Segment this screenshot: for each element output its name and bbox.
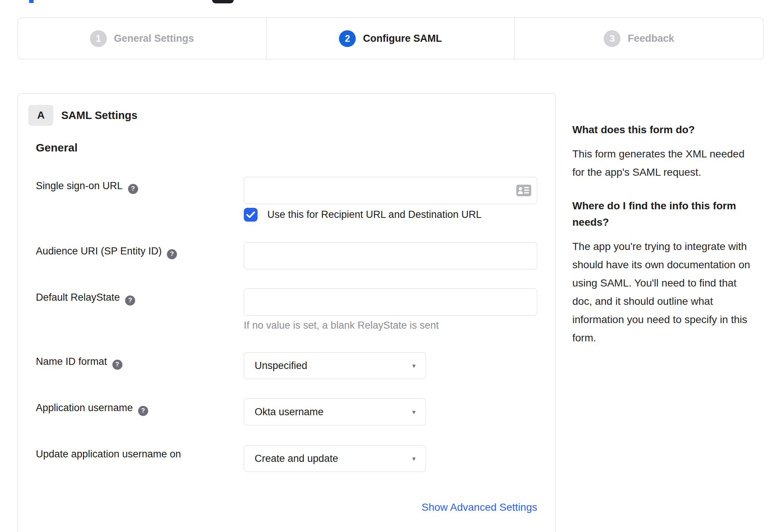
application-username-select[interactable]: Okta username ▼: [244, 398, 426, 425]
application-username-label: Application username?: [36, 402, 148, 416]
step-3-label: Feedback: [628, 33, 674, 44]
recipient-url-checkbox-row: Use this for Recipient URL and Destinati…: [244, 208, 482, 222]
cutoff-dark-logo-fragment: [212, 0, 234, 3]
step-1-number-badge: 1: [90, 30, 107, 47]
help-icon[interactable]: ?: [112, 360, 122, 370]
saml-settings-panel: A SAML Settings General Single sign-on U…: [18, 93, 556, 532]
sidebar-body-what: This form generates the XML needed for t…: [572, 145, 759, 181]
general-group-title: General: [36, 141, 78, 154]
step-feedback[interactable]: 3 Feedback: [514, 18, 763, 59]
name-id-format-select[interactable]: Unspecified ▼: [244, 352, 426, 379]
contact-card-icon: [516, 185, 531, 196]
sso-url-label: Single sign-on URL?: [36, 180, 138, 194]
help-icon[interactable]: ?: [138, 406, 148, 416]
section-a-badge: A: [28, 105, 53, 126]
help-icon[interactable]: ?: [125, 295, 135, 306]
recipient-url-checkbox-label: Use this for Recipient URL and Destinati…: [267, 209, 482, 220]
sso-url-input[interactable]: [244, 177, 537, 204]
sidebar-body-where: The app you're trying to integrate with …: [572, 237, 759, 347]
relaystate-helper-text: If no value is set, a blank RelayState i…: [244, 320, 439, 331]
audience-uri-input[interactable]: [244, 242, 537, 269]
relaystate-input[interactable]: [244, 288, 537, 316]
help-sidebar: What does this form do? This form genera…: [572, 122, 759, 363]
step-3-number-badge: 3: [604, 30, 620, 47]
help-icon[interactable]: ?: [167, 249, 177, 259]
checkmark-icon: [246, 211, 255, 218]
sidebar-heading-what: What does this form do?: [572, 122, 759, 138]
chevron-down-icon: ▼: [411, 409, 417, 415]
audience-uri-label: Audience URI (SP Entity ID)?: [36, 245, 177, 259]
step-general-settings[interactable]: 1 General Settings: [18, 18, 266, 59]
sidebar-heading-where: Where do I find the info this form needs…: [572, 198, 759, 231]
chevron-down-icon: ▼: [411, 363, 417, 369]
step-2-label: Configure SAML: [363, 33, 442, 44]
recipient-url-checkbox[interactable]: [244, 208, 258, 222]
show-advanced-settings-link[interactable]: Show Advanced Settings: [244, 501, 537, 513]
sso-url-input-wrap: [244, 177, 537, 204]
step-2-number-badge: 2: [339, 30, 356, 47]
relaystate-label: Default RelayState?: [36, 292, 135, 306]
step-1-label: General Settings: [114, 33, 194, 44]
chevron-down-icon: ▼: [411, 456, 417, 462]
section-title: SAML Settings: [61, 105, 137, 126]
name-id-format-label: Name ID format?: [36, 356, 122, 370]
cutoff-blue-fragment: [29, 0, 34, 3]
update-username-on-select[interactable]: Create and update ▼: [244, 445, 426, 472]
wizard-stepper: 1 General Settings 2 Configure SAML 3 Fe…: [18, 18, 763, 59]
update-username-on-label: Update application username on: [36, 448, 181, 460]
step-configure-saml[interactable]: 2 Configure SAML: [266, 18, 515, 59]
help-icon[interactable]: ?: [128, 184, 138, 194]
